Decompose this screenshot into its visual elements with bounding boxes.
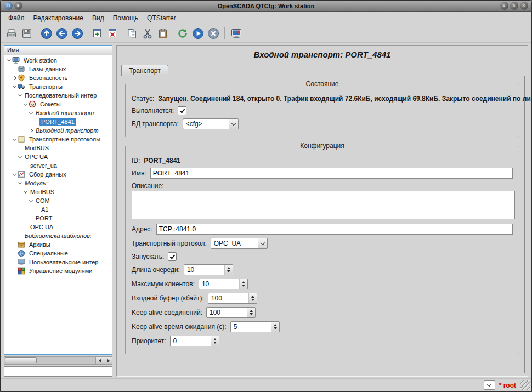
collapse-icon[interactable] bbox=[12, 86, 18, 88]
collapse-icon[interactable] bbox=[12, 173, 18, 176]
menu-item-qtstarter[interactable]: QTStarter bbox=[143, 13, 180, 24]
collapse-icon[interactable] bbox=[22, 191, 29, 194]
statusbar-dropdown[interactable] bbox=[484, 380, 495, 390]
tree-item-work-station[interactable]: Work station bbox=[4, 56, 112, 65]
transport-db-combobox[interactable]: <cfg> bbox=[183, 118, 239, 129]
save-icon bbox=[21, 27, 33, 39]
tree-item-transports[interactable]: Транспорты bbox=[4, 82, 112, 91]
running-checkbox[interactable] bbox=[178, 106, 186, 115]
tree-item-label: A1 bbox=[39, 206, 50, 213]
keepalive-connections-spinbox[interactable]: 100 bbox=[206, 307, 256, 318]
tree-item-opc-ua-protocol[interactable]: OPC UA bbox=[4, 152, 112, 161]
spin-arrows-icon[interactable] bbox=[248, 293, 257, 303]
scroll-left-icon[interactable] bbox=[95, 357, 104, 364]
state-groupbox: Состояние Статус: Запущен. Соединений 18… bbox=[125, 84, 519, 137]
menu-item-file[interactable]: Файл bbox=[4, 13, 29, 24]
input-buffer-spinbox[interactable]: 100 bbox=[208, 293, 257, 304]
tree-item-modbus-protocol[interactable]: ModBUS bbox=[4, 144, 112, 152]
tree-item-sockets[interactable]: Сокеты bbox=[4, 100, 112, 109]
refresh-button[interactable] bbox=[175, 26, 190, 41]
tree-item-transport-protocols[interactable]: Транспортные протоколы bbox=[4, 135, 112, 144]
spin-arrows-icon[interactable] bbox=[224, 265, 233, 275]
menu-item-edit[interactable]: Редактирование bbox=[29, 13, 88, 24]
collapse-icon[interactable] bbox=[17, 156, 23, 158]
tree-item-port[interactable]: PORT bbox=[4, 214, 112, 223]
menu-item-view[interactable]: Вид bbox=[88, 13, 109, 24]
tree-item-label: Управление модулями bbox=[27, 267, 94, 275]
paste-item-button[interactable] bbox=[155, 26, 171, 41]
expand-icon[interactable] bbox=[12, 77, 18, 79]
tree-item-input-transport-group[interactable]: Входной транспорт: bbox=[4, 109, 112, 117]
spin-arrows-icon[interactable] bbox=[239, 279, 247, 289]
copy-icon bbox=[126, 27, 138, 39]
collapse-icon[interactable] bbox=[17, 94, 23, 97]
tree-item-a1[interactable]: A1 bbox=[4, 205, 112, 214]
keepalive-timeout-spinbox[interactable]: 5 bbox=[230, 321, 280, 332]
spin-arrows-icon[interactable] bbox=[211, 336, 219, 346]
collapse-icon[interactable] bbox=[28, 200, 34, 202]
spin-arrows-icon[interactable] bbox=[271, 322, 279, 332]
menu-bar: ФайлРедактированиеВидПомощьQTStarter bbox=[1, 12, 531, 24]
qtstarter-button[interactable] bbox=[229, 26, 244, 41]
resize-grip[interactable] bbox=[520, 380, 530, 390]
tree-item-label: Специальные bbox=[27, 249, 70, 257]
close-icon[interactable]: × bbox=[520, 2, 528, 10]
collapse-icon[interactable] bbox=[17, 182, 23, 185]
title-bar[interactable]: O ● OpenSCADA QTCfg: Work station ∨ ∧ × bbox=[1, 1, 531, 12]
tree-item-port-4841[interactable]: PORT_4841 bbox=[4, 117, 112, 126]
tree-item-security[interactable]: Безопасность bbox=[4, 73, 112, 82]
priority-spinbox[interactable]: 0 bbox=[170, 336, 219, 346]
tree-item-output-transport-group[interactable]: Выходной транспорт bbox=[4, 126, 112, 135]
expand-icon[interactable] bbox=[28, 129, 34, 132]
tree-item-com[interactable]: COM bbox=[4, 196, 112, 205]
minimize-icon[interactable]: ∨ bbox=[500, 2, 508, 10]
tree-item-server-ua[interactable]: server_ua bbox=[4, 161, 112, 170]
up-button[interactable] bbox=[39, 26, 54, 41]
spin-value: 100 bbox=[210, 309, 220, 316]
tree-item-template-library-group[interactable]: Библиотека шаблонов: bbox=[4, 231, 112, 240]
load-from-db-button[interactable] bbox=[4, 26, 19, 41]
app-window: O ● OpenSCADA QTCfg: Work station ∨ ∧ × … bbox=[0, 0, 532, 392]
tree-horizontal-scrollbar[interactable] bbox=[4, 356, 112, 365]
collapse-icon[interactable] bbox=[28, 112, 34, 115]
menu-item-help[interactable]: Помощь bbox=[109, 13, 143, 24]
tree-item-module-group[interactable]: Модуль: bbox=[4, 179, 112, 188]
tree-item-opc-ua-module[interactable]: OPC UA bbox=[4, 223, 112, 231]
name-input[interactable] bbox=[150, 168, 513, 179]
stop-updating-button[interactable] bbox=[206, 26, 221, 41]
tree-item-specials[interactable]: Специальные bbox=[4, 249, 112, 258]
tree-filter-input[interactable] bbox=[4, 366, 112, 377]
tree-header[interactable]: Имя bbox=[4, 46, 112, 55]
scroll-right-icon[interactable] bbox=[104, 357, 112, 364]
collapse-icon[interactable] bbox=[6, 59, 12, 62]
start-updating-button[interactable] bbox=[190, 26, 206, 41]
tree-item-user-interfaces[interactable]: Пользовательские интер bbox=[4, 258, 112, 266]
back-button[interactable] bbox=[54, 26, 70, 41]
address-input[interactable] bbox=[156, 224, 513, 235]
collapse-icon[interactable] bbox=[12, 138, 18, 141]
app-icon[interactable]: O bbox=[4, 2, 13, 10]
start-checkbox[interactable] bbox=[168, 252, 177, 261]
tree-item-modbus-module[interactable]: ModBUS bbox=[4, 188, 112, 196]
scrollbar-thumb[interactable] bbox=[5, 357, 37, 363]
protocol-combobox[interactable]: OPC_UA bbox=[211, 238, 268, 249]
add-item-button[interactable] bbox=[89, 26, 105, 41]
tree-item-data-acquisition[interactable]: Сбор данных bbox=[4, 170, 112, 179]
tree-item-databases[interactable]: Базы данных bbox=[4, 65, 112, 73]
maximize-icon[interactable]: ∧ bbox=[510, 2, 518, 10]
tree-item-serial-interfaces[interactable]: Последовательный интер bbox=[4, 91, 112, 100]
max-clients-spinbox[interactable]: 10 bbox=[199, 279, 248, 289]
tab-transport[interactable]: Транспорт bbox=[121, 65, 168, 76]
delete-item-button[interactable] bbox=[105, 26, 120, 41]
copy-item-button[interactable] bbox=[124, 26, 140, 41]
queue-length-spinbox[interactable]: 10 bbox=[184, 264, 233, 275]
collapse-icon[interactable] bbox=[22, 103, 29, 106]
save-to-db-button[interactable] bbox=[19, 26, 35, 41]
description-textarea[interactable] bbox=[132, 191, 515, 219]
cut-item-button[interactable] bbox=[140, 26, 155, 41]
pin-icon[interactable]: ● bbox=[14, 2, 22, 10]
forward-button[interactable] bbox=[70, 26, 85, 41]
tree-item-module-management[interactable]: Управление модулями bbox=[4, 266, 112, 275]
tree-item-archives[interactable]: Архивы bbox=[4, 240, 112, 249]
spin-arrows-icon[interactable] bbox=[247, 308, 255, 317]
